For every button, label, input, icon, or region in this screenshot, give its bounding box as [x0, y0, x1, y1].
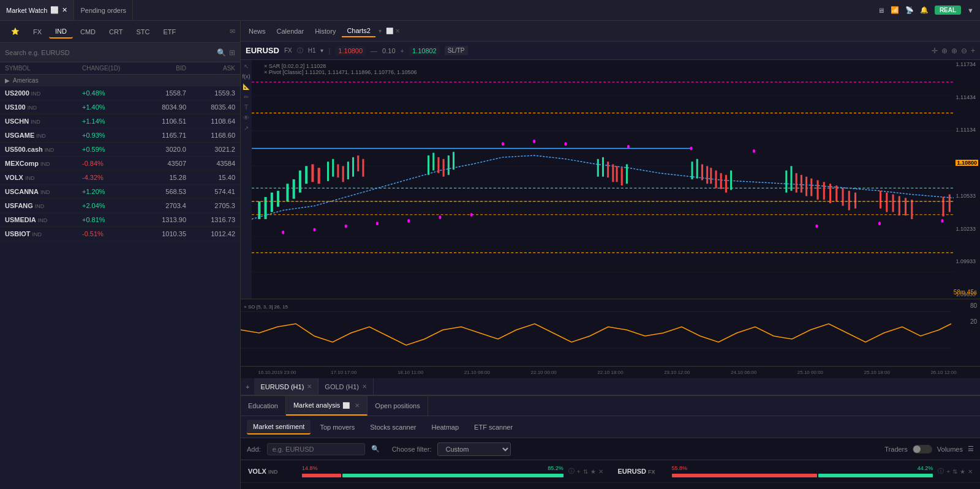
mw-tab-stc[interactable]: STC: [130, 26, 156, 38]
svg-rect-32: [437, 157, 439, 173]
svg-rect-19: [305, 166, 307, 184]
layout-icon[interactable]: ☰: [968, 445, 974, 453]
svg-point-86: [533, 140, 535, 143]
table-row[interactable]: USFANGIND +2.04% 2703.4 2705.3: [0, 199, 240, 213]
add-chart-icon[interactable]: +: [971, 47, 975, 55]
time-label-7: 24.10 06:00: [710, 370, 777, 375]
svg-point-81: [376, 222, 379, 225]
btab-education[interactable]: Education: [241, 396, 286, 416]
table-row[interactable]: USMEDIAIND +0.81% 1313.90 1316.73: [0, 213, 240, 227]
price-change: 0.10: [382, 47, 395, 54]
sp-tab-heatmap[interactable]: Heatmap: [425, 420, 465, 434]
market-analysis-icons: ⬜: [342, 402, 350, 409]
table-row[interactable]: USGAMEIND +0.93% 1165.71 1168.60: [0, 129, 240, 143]
svg-rect-51: [730, 171, 732, 190]
add-search-icon[interactable]: 🔍: [371, 445, 380, 453]
add-chart-window-button[interactable]: +: [241, 383, 254, 390]
svg-point-78: [282, 231, 284, 234]
svg-point-80: [345, 225, 347, 228]
mw-tab-crt[interactable]: CRT: [103, 26, 129, 38]
time-label-4: 22.10 00:00: [510, 370, 577, 375]
time-label-2: 18.10 11:00: [377, 370, 444, 375]
svg-rect-14: [271, 193, 273, 212]
close-gold-icon[interactable]: ✕: [362, 383, 367, 390]
text-icon[interactable]: T: [244, 104, 248, 111]
market-analysis-close-icon[interactable]: ✕: [355, 402, 360, 409]
mw-tab-etf[interactable]: ETF: [157, 26, 183, 38]
mw-tab-ind[interactable]: IND: [49, 25, 73, 39]
col-change: CHANGE(1D): [82, 65, 137, 72]
mw-tab-cmd[interactable]: CMD: [74, 26, 102, 38]
add-symbol-input[interactable]: [267, 443, 365, 455]
bell-icon[interactable]: 🔔: [920, 6, 929, 14]
price-buy: 1.10802: [409, 46, 440, 56]
chart-window-eurusd[interactable]: EURUSD (H1) ✕: [254, 378, 318, 395]
svg-rect-58: [817, 180, 819, 200]
share-icon[interactable]: ↗: [244, 125, 249, 132]
table-row[interactable]: MEXCompIND -0.84% 43507 43584: [0, 157, 240, 171]
table-row[interactable]: USCANNAIND +1.20% 568.53 574.41: [0, 185, 240, 199]
chart-timeframe: H1: [308, 47, 316, 54]
magnet-icon[interactable]: ⊕: [941, 47, 948, 55]
market-watch-tab-label: Market Watch: [6, 7, 47, 14]
tf-dropdown[interactable]: ▾: [320, 47, 323, 54]
close-eurusd-icon[interactable]: ✕: [307, 383, 312, 390]
sltp-button[interactable]: SL/TP: [445, 46, 468, 55]
mw-tab-star[interactable]: ⭐: [5, 25, 26, 38]
time-label-10: 26.10 12:00: [910, 370, 977, 375]
tab-pending-orders[interactable]: Pending orders: [74, 0, 133, 20]
svg-rect-17: [293, 179, 295, 199]
envelope-icon[interactable]: ✉: [230, 28, 235, 35]
tab-market-watch[interactable]: Market Watch ⬜ ✕: [0, 0, 74, 20]
price-level-high: 1.11734: [956, 61, 978, 67]
mw-rows-container: US2000IND +0.48% 1558.7 1559.3 US100IND …: [0, 86, 240, 241]
chart-tab-calendar[interactable]: Calendar: [272, 26, 309, 37]
mw-tab-fx[interactable]: FX: [27, 26, 48, 38]
cursor-icon[interactable]: ↖: [244, 63, 249, 70]
btab-market-analysis[interactable]: Market analysis ⬜ ✕: [286, 396, 368, 416]
svg-rect-25: [342, 166, 344, 182]
crosshair-icon[interactable]: ✛: [932, 47, 938, 55]
table-row[interactable]: USBIOTIND -0.51% 1010.35 1012.42: [0, 227, 240, 241]
svg-rect-55: [801, 175, 802, 193]
sp-tab-top-movers[interactable]: Top movers: [314, 420, 361, 434]
svg-rect-38: [607, 162, 609, 177]
col-symbol: SYMBOL: [5, 65, 82, 72]
btab-open-positions[interactable]: Open positions: [368, 396, 428, 416]
table-row[interactable]: US500.cashIND +0.59% 3020.0 3021.2: [0, 143, 240, 157]
price-level-current: 1.10800: [956, 160, 978, 166]
sp-tab-etf-scanner[interactable]: ETF scanner: [468, 420, 519, 434]
pen-icon[interactable]: ✏: [244, 94, 249, 100]
filter-select[interactable]: Custom All FX Indices Commodities: [437, 442, 511, 456]
sp-tab-stocks-scanner[interactable]: Stocks scanner: [364, 420, 422, 434]
svg-rect-71: [943, 197, 944, 217]
monitor-icon: 🖥: [878, 7, 884, 14]
zoom-out-icon[interactable]: ⊖: [961, 47, 967, 55]
info-icon[interactable]: ⓘ: [297, 47, 303, 55]
eye-icon[interactable]: 👁: [243, 114, 249, 121]
table-row[interactable]: VOLXIND -4.32% 15.28 15.40: [0, 171, 240, 185]
table-row[interactable]: USCHNIND +1.14% 1106.51 1108.64: [0, 114, 240, 129]
svg-rect-37: [602, 157, 604, 177]
chart-indicators: × SAR [0.02,0.2] 1.11028 × Pivot [Classi…: [264, 63, 417, 75]
charts-dropdown-icon[interactable]: ▾: [379, 28, 382, 34]
traders-toggle[interactable]: [913, 445, 932, 454]
table-row[interactable]: US2000IND +0.48% 1558.7 1559.3: [0, 86, 240, 100]
chart-tab-news[interactable]: News: [244, 26, 271, 37]
svg-rect-69: [905, 198, 907, 215]
grid-icon[interactable]: ⊞: [229, 48, 235, 57]
search-input[interactable]: [5, 49, 214, 56]
chart-window-gold[interactable]: GOLD (H1) ✕: [318, 378, 374, 395]
draw-icon[interactable]: 📐: [243, 83, 250, 90]
account-selector[interactable]: ▼: [967, 7, 974, 14]
svg-rect-48: [715, 171, 717, 189]
oscillator-svg: × SO [5, 3, 3] 26, 15: [241, 299, 980, 366]
chart-tab-charts2[interactable]: Charts2: [342, 25, 375, 37]
table-row[interactable]: US100IND +1.40% 8034.90 8035.40: [0, 100, 240, 114]
svg-rect-27: [352, 157, 354, 177]
close-icon[interactable]: ✕: [62, 6, 67, 14]
chart-tab-history[interactable]: History: [310, 26, 341, 37]
sp-tab-sentiment[interactable]: Market sentiment: [247, 420, 311, 435]
zoom-in-icon[interactable]: ⊕: [951, 47, 957, 55]
svg-rect-15: [277, 191, 279, 207]
